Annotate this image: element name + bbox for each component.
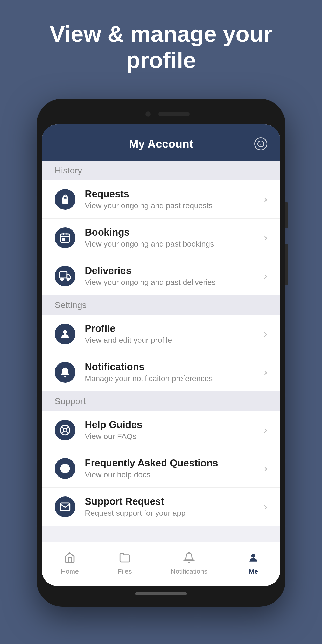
bookings-title: Bookings [85, 227, 264, 238]
svg-point-13 [63, 428, 67, 432]
deliveries-chevron: › [264, 270, 267, 282]
help-guides-title: Help Guides [85, 419, 264, 430]
deliveries-subtitle: View your ongoing and past deliveries [85, 278, 264, 287]
app-content: History Requests View your ongoing and p… [42, 161, 280, 542]
profile-text: Profile View and edit your profile [85, 323, 264, 345]
menu-item-support-request[interactable]: Support Request Request support for your… [42, 488, 280, 526]
svg-point-9 [61, 278, 63, 280]
app-header: My Account [42, 124, 280, 161]
phone-speaker [158, 112, 190, 116]
requests-icon [55, 189, 75, 210]
info-button[interactable] [254, 137, 267, 150]
nav-item-me[interactable]: Me [238, 547, 269, 578]
requests-text: Requests View your ongoing and past requ… [85, 188, 264, 210]
bookings-icon [55, 227, 75, 248]
menu-item-bookings[interactable]: Bookings View your ongoing and past book… [42, 219, 280, 257]
files-nav-icon [117, 550, 132, 565]
menu-item-profile[interactable]: Profile View and edit your profile › [42, 315, 280, 353]
menu-item-deliveries[interactable]: Deliveries View your ongoing and past de… [42, 257, 280, 295]
home-nav-icon [62, 550, 78, 565]
profile-chevron: › [264, 328, 267, 340]
bookings-subtitle: View your ongoing and past bookings [85, 240, 264, 248]
svg-rect-8 [60, 272, 67, 278]
phone-camera [145, 111, 151, 117]
phone-frame: My Account History [37, 99, 285, 607]
profile-title: Profile [85, 323, 264, 334]
phone-bottom-bar [42, 586, 280, 601]
deliveries-icon [55, 266, 75, 286]
nav-item-notifications[interactable]: Notifications [163, 547, 215, 578]
svg-point-10 [67, 278, 69, 280]
faq-title: Frequently Asked Questions [85, 458, 264, 469]
deliveries-text: Deliveries View your ongoing and past de… [85, 265, 264, 287]
support-request-title: Support Request [85, 496, 264, 507]
section-support-header: Support [42, 391, 280, 411]
faq-subtitle: View our help docs [85, 470, 264, 479]
profile-icon [55, 324, 75, 344]
support-request-icon [55, 496, 75, 517]
me-nav-icon [246, 550, 261, 565]
faq-icon [55, 458, 75, 479]
svg-line-18 [62, 431, 64, 433]
bottom-nav: Home Files Notifications [42, 542, 280, 586]
requests-title: Requests [85, 188, 264, 200]
section-settings-label: Settings [55, 300, 87, 310]
help-guides-icon [55, 420, 75, 440]
phone-home-indicator [135, 592, 187, 595]
svg-line-15 [66, 431, 68, 433]
notifications-chevron: › [264, 366, 267, 378]
menu-item-requests[interactable]: Requests View your ongoing and past requ… [42, 180, 280, 219]
help-guides-chevron: › [264, 424, 267, 436]
notifications-text: Notifications Manage your notificaiton p… [85, 361, 264, 383]
support-request-chevron: › [264, 501, 267, 513]
phone-screen: My Account History [42, 124, 280, 586]
bookings-chevron: › [264, 232, 267, 243]
notifications-nav-icon [181, 550, 197, 565]
faq-chevron: › [264, 463, 267, 474]
menu-item-notifications[interactable]: Notifications Manage your notificaiton p… [42, 353, 280, 391]
phone-top-bar [42, 104, 280, 124]
notifications-icon [55, 362, 75, 383]
support-request-text: Support Request Request support for your… [85, 496, 264, 517]
section-support-label: Support [55, 396, 86, 406]
support-request-subtitle: Request support for your app [85, 509, 264, 517]
requests-subtitle: View your ongoing and past requests [85, 201, 264, 210]
svg-line-14 [62, 427, 64, 429]
nav-item-files[interactable]: Files [109, 547, 140, 578]
bookings-text: Bookings View your ongoing and past book… [85, 227, 264, 248]
svg-rect-7 [63, 239, 64, 240]
notifications-subtitle: Manage your notificaiton preferences [85, 374, 264, 383]
me-nav-label: Me [249, 568, 258, 576]
notifications-nav-label: Notifications [171, 568, 207, 576]
svg-line-17 [66, 427, 68, 429]
svg-point-21 [251, 554, 255, 558]
menu-item-faq[interactable]: Frequently Asked Questions View our help… [42, 449, 280, 488]
app-header-title: My Account [129, 137, 193, 150]
notifications-title: Notifications [85, 361, 264, 373]
help-guides-subtitle: View our FAQs [85, 432, 264, 441]
hero-title: View & manage your profile [0, 21, 322, 73]
faq-text: Frequently Asked Questions View our help… [85, 458, 264, 479]
svg-point-11 [63, 330, 67, 334]
nav-item-home[interactable]: Home [53, 547, 87, 578]
profile-subtitle: View and edit your profile [85, 336, 264, 345]
requests-chevron: › [264, 193, 267, 205]
home-nav-label: Home [61, 568, 79, 576]
svg-rect-3 [61, 234, 69, 242]
section-history-header: History [42, 161, 280, 180]
help-guides-text: Help Guides View our FAQs [85, 419, 264, 441]
section-settings-header: Settings [42, 295, 280, 315]
files-nav-label: Files [118, 568, 132, 576]
section-history-label: History [55, 165, 82, 175]
deliveries-title: Deliveries [85, 265, 264, 276]
menu-item-help-guides[interactable]: Help Guides View our FAQs › [42, 411, 280, 449]
